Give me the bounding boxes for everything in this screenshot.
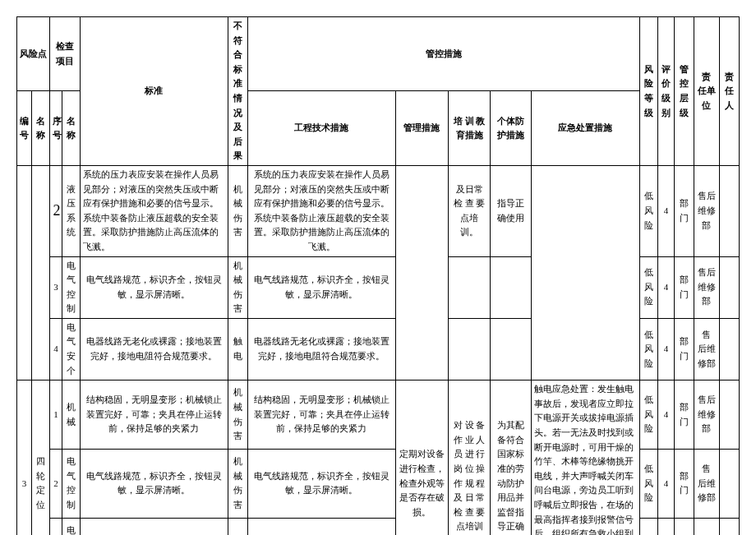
hdr-seq: 序号: [50, 91, 62, 165]
cell-training-blank: [449, 256, 491, 318]
cell-standard: 结构稳固，无明显变形；机械锁止装置完好，可靠；夹具在停止运转前，保持足够的夹紧力: [80, 380, 228, 450]
cell-eng: 结构稳固，无明显变形；机械锁止装置完好，可靠；夹具在停止运转前，保持足够的夹紧力: [247, 380, 395, 450]
table-row: 2 液 压系统 系统的压力表应安装在操作人员易见部分；对液压的突然失压或中断应有…: [17, 165, 740, 256]
cell-standard: 系统的压力表应安装在操作人员易见部分；对液压的突然失压或中断应有保护措施和必要的…: [80, 165, 228, 256]
cell-seq: 2: [50, 165, 62, 256]
hdr-control: 管控措施: [247, 17, 639, 91]
cell-ppe-blank: [490, 318, 532, 380]
hdr-risk-point: 风险点: [17, 17, 50, 91]
hdr-emergency: 应急处置措施: [532, 91, 639, 165]
hdr-check-item: 检查项目: [50, 17, 80, 91]
cell-seq: 2: [50, 450, 62, 519]
cell-seq: 3: [50, 256, 62, 318]
cell-ctrl: 部门: [675, 450, 694, 519]
cell-eval: 4: [657, 380, 674, 450]
cell-risk: 低风险: [639, 256, 657, 318]
cell-ctrl: 部门: [675, 518, 694, 535]
hdr-standard: 标准: [80, 17, 228, 166]
cell-eng: 电气线路规范，标识齐全，按钮灵敏，显示屏清晰。: [247, 450, 395, 519]
cell-risk: 低风险: [639, 450, 657, 519]
cell-ctrl: 部 门: [675, 165, 694, 256]
cell-ppe: 指导正确使用: [490, 165, 532, 256]
cell-nonconform: 触电: [228, 518, 247, 535]
cell-person: [719, 165, 739, 256]
cell-eval: 4: [657, 165, 674, 256]
cell-ctrl: 部门: [675, 256, 694, 318]
cell-item: 电气安个: [62, 318, 80, 380]
cell-seq: 4: [50, 318, 62, 380]
cell-nonconform: 触电: [228, 318, 247, 380]
cell-item: 电气安全: [62, 518, 80, 535]
cell-item: 电气控制: [62, 256, 80, 318]
cell-nonconform: 机械伤害: [228, 165, 247, 256]
cell-training: 对 设 备作 业 人员 进 行岗 位 操作 规 程及 日 常检 查 要点培训 1…: [449, 380, 491, 535]
cell-person: [719, 380, 739, 450]
cell-seq: 1: [50, 380, 62, 450]
cell-item: 液 压系统: [62, 165, 80, 256]
cell-eng: 电器线路无老化或裸露；接地装置完好，接地电阻符合规范要求。: [247, 318, 395, 380]
cell-mgmt: 定期对设备进行检查，检查外观等是否存在破损。: [395, 380, 449, 535]
hdr-nonconform: 不符合标准情况及后果: [228, 17, 247, 166]
cell-unit: 售 后维修部: [694, 450, 719, 519]
hdr-name2: 名称: [62, 91, 80, 165]
cell-eval: 4: [657, 256, 674, 318]
cell-seq: 3: [50, 518, 62, 535]
cell-no-blank: [17, 165, 32, 380]
cell-item: 机械: [62, 380, 80, 450]
hdr-no: 编号: [17, 91, 32, 165]
cell-eval: 4: [657, 318, 674, 380]
cell-ppe-blank: [490, 256, 532, 318]
hdr-eng: 工程技术措施: [247, 91, 395, 165]
cell-person: [719, 518, 739, 535]
table-row: 3 四轮定位 1 机械 结构稳固，无明显变形；机械锁止装置完好，可靠；夹具在停止…: [17, 380, 740, 450]
cell-emergency: 触电应急处置：发生触电事故后，发现者应立即拉下电源开关或拔掉电源插头。若一无法及…: [532, 380, 639, 535]
cell-mgmt-blank: [395, 165, 449, 380]
hdr-name: 名称: [32, 91, 50, 165]
cell-risk: 低风险: [639, 318, 657, 380]
cell-name: 四轮定位: [32, 380, 50, 535]
hdr-training: 培 训 教育措施: [449, 91, 491, 165]
cell-training-blank: [449, 318, 491, 380]
hdr-ctrl-level: 管 控层级: [675, 17, 694, 166]
cell-standard: 电器线路无老化或裸露；接地装置完好，接地电阻符合规范要求。: [80, 318, 228, 380]
cell-unit: 售后 维修部: [694, 380, 719, 450]
header-row-1: 风险点 检查项目 标准 不符合标准情况及后果 管控措施 风险等级 评价级别 管 …: [17, 17, 740, 91]
cell-name-blank: [32, 165, 50, 380]
cell-unit: 售后维修部: [694, 256, 719, 318]
cell-no: 3: [17, 380, 32, 535]
cell-eng: 系统的压力表应安装在操作人员易见部分；对液压的突然失压或中断应有保护措施和必要的…: [247, 165, 395, 256]
cell-eval: 4: [657, 450, 674, 519]
cell-unit: 售后 维修部: [694, 165, 719, 256]
cell-person: [719, 256, 739, 318]
hdr-resp-unit: 责 任单位: [694, 17, 719, 166]
cell-unit: 售 后维修部: [694, 318, 719, 380]
hdr-eval-level: 评价级别: [657, 17, 674, 166]
hdr-mgmt: 管理措施: [395, 91, 449, 165]
hdr-risk-level: 风险等级: [639, 17, 657, 166]
cell-person: [719, 318, 739, 380]
cell-nonconform: 机械伤害: [228, 450, 247, 519]
cell-standard: 电气线路规范，标识齐全，按钮灵敏，显示屏清晰。: [80, 256, 228, 318]
cell-standard: 电器线路无老化或裸露；接地装置完好，接地电阻符合规范要求。: [80, 518, 228, 535]
cell-emergency-blank: [532, 165, 639, 380]
cell-person: [719, 450, 739, 519]
cell-risk: 低风: [639, 518, 657, 535]
cell-eval: 4: [657, 518, 674, 535]
cell-ppe: 为其配备符合国家标准的劳动防护用品并监督指导正确使用: [490, 380, 532, 535]
cell-risk: 低风险: [639, 380, 657, 450]
cell-risk: 低风险: [639, 165, 657, 256]
cell-ctrl: 部 门: [675, 380, 694, 450]
cell-standard: 电气线路规范，标识齐全，按钮灵敏，显示屏清晰。: [80, 450, 228, 519]
hdr-resp-person: 责 任人: [719, 17, 739, 166]
cell-nonconform: 机械伤害: [228, 380, 247, 450]
cell-item: 电气控制: [62, 450, 80, 519]
cell-training: 及日常检 查 要点培训。: [449, 165, 491, 256]
hdr-ppe: 个体防护措施: [490, 91, 532, 165]
cell-unit: 售 后: [694, 518, 719, 535]
risk-table: 风险点 检查项目 标准 不符合标准情况及后果 管控措施 风险等级 评价级别 管 …: [16, 16, 740, 535]
cell-eng: 电器线路无老化或裸露；接地装置完好，接地电阻符合规范要求。: [247, 518, 395, 535]
cell-nonconform: 机械伤害: [228, 256, 247, 318]
cell-eng: 电气线路规范，标识齐全，按钮灵敏，显示屏清晰。: [247, 256, 395, 318]
cell-ctrl: 部门: [675, 318, 694, 380]
